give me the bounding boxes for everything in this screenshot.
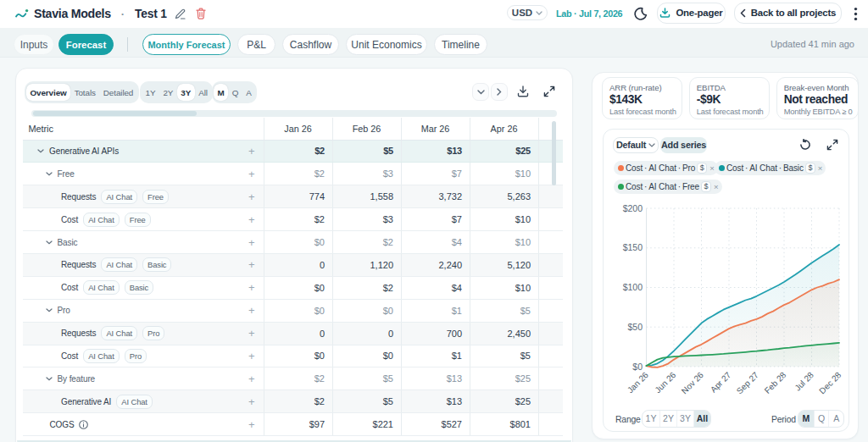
- svg-text:Nov 26: Nov 26: [680, 369, 705, 395]
- svg-text:Feb 28: Feb 28: [763, 369, 788, 395]
- svg-text:Jul 28: Jul 28: [793, 369, 815, 392]
- svg-text:$200: $200: [623, 202, 643, 213]
- svg-text:Dec 28: Dec 28: [817, 369, 843, 395]
- svg-text:$100: $100: [623, 282, 643, 292]
- svg-text:$150: $150: [623, 242, 643, 252]
- svg-text:Sep 27: Sep 27: [735, 369, 760, 395]
- svg-text:Jan 26: Jan 26: [626, 369, 650, 394]
- svg-text:$0: $0: [632, 361, 643, 371]
- svg-text:$50: $50: [627, 321, 643, 331]
- svg-text:Jun 26: Jun 26: [653, 369, 677, 394]
- svg-text:Apr 27: Apr 27: [709, 369, 733, 394]
